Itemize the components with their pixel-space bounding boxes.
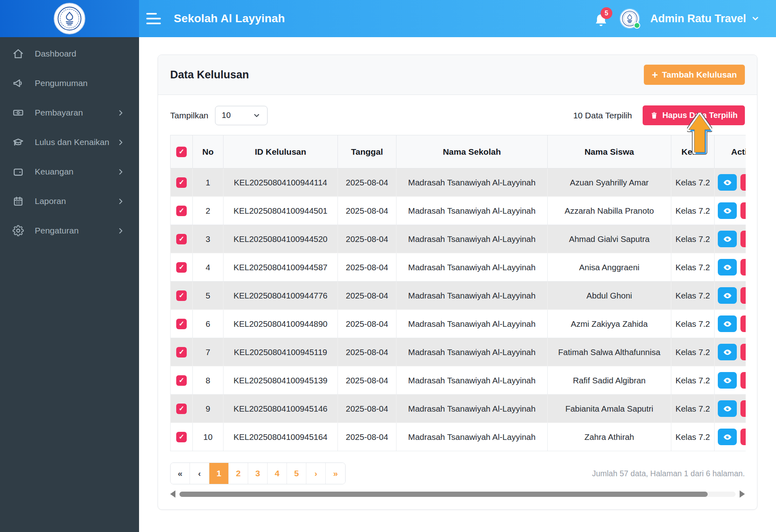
row-class: Kelas 7.2 [671, 253, 715, 282]
avatar[interactable] [620, 8, 640, 29]
row-no: 10 [193, 423, 224, 451]
trash-icon [650, 111, 658, 120]
delete-button[interactable] [740, 231, 746, 247]
sidebar-item-label: Keuangan [35, 167, 74, 177]
delete-button[interactable] [740, 344, 746, 360]
view-button[interactable] [718, 174, 737, 191]
pagination-item[interactable]: « [171, 463, 190, 484]
row-checkbox[interactable]: ✓ [176, 432, 187, 442]
view-button[interactable] [718, 429, 737, 445]
row-date: 2025-08-04 [338, 338, 396, 366]
sidebar-item-label: Dashboard [35, 49, 76, 59]
row-checkbox[interactable]: ✓ [176, 347, 187, 357]
row-date: 2025-08-04 [338, 310, 396, 338]
row-student: Rafif Sadid Algibran [548, 366, 671, 395]
row-checkbox[interactable]: ✓ [176, 375, 187, 386]
row-student: Anisa Anggraeni [548, 253, 671, 282]
delete-button[interactable] [740, 259, 746, 275]
delete-selected-button[interactable]: Hapus Data Terpilih [643, 105, 745, 125]
horizontal-scrollbar [170, 491, 745, 497]
row-checkbox[interactable]: ✓ [176, 290, 187, 301]
row-date: 2025-08-04 [338, 366, 396, 395]
pagination-item[interactable]: › [306, 463, 326, 484]
sidebar-item-laporan[interactable]: Laporan [0, 191, 139, 211]
row-no: 1 [193, 168, 224, 197]
pagination-item[interactable]: 3 [248, 463, 268, 484]
pagination-item[interactable]: 2 [229, 463, 248, 484]
row-id: KEL20250804100944520 [224, 225, 338, 253]
delete-button[interactable] [740, 287, 746, 304]
pagination-item[interactable]: 1 [209, 463, 229, 484]
row-class: Kelas 7.2 [671, 366, 715, 395]
view-button[interactable] [718, 400, 737, 417]
row-checkbox[interactable]: ✓ [176, 234, 187, 244]
row-school: Madrasah Tsanawiyah Al-Layyinah [396, 253, 548, 282]
column-header: Tanggal [338, 135, 396, 168]
row-checkbox[interactable]: ✓ [176, 206, 187, 216]
delete-button[interactable] [740, 315, 746, 332]
scroll-right-arrow[interactable] [740, 490, 745, 498]
row-class: Kelas 7.2 [671, 423, 715, 451]
row-no: 6 [193, 310, 224, 338]
sidebar-item-pengumuman[interactable]: Pengumuman [0, 73, 139, 93]
row-student: Ahmad Gialvi Saputra [548, 225, 671, 253]
table-summary: Jumlah 57 data, Halaman 1 dari 6 halaman… [592, 469, 745, 478]
menu-toggle-icon[interactable] [146, 13, 161, 24]
row-school: Madrasah Tsanawiyah Al-Layyinah [396, 395, 548, 423]
row-student: Fatimah Salwa Althafunnisa [548, 338, 671, 366]
row-checkbox[interactable]: ✓ [176, 262, 187, 273]
notification-bell-icon[interactable]: 5 [593, 9, 609, 28]
selected-count: 10 Data Terpilih [573, 111, 632, 120]
pagination-item[interactable]: 4 [268, 463, 287, 484]
sidebar-item-pembayaran[interactable]: Pembayaran [0, 103, 139, 123]
row-checkbox[interactable]: ✓ [176, 319, 187, 329]
row-checkbox[interactable]: ✓ [176, 404, 187, 414]
scrollbar-track[interactable] [179, 492, 736, 497]
column-header: Nama Siswa [548, 135, 671, 168]
delete-button[interactable] [740, 400, 746, 417]
row-class: Kelas 7.2 [671, 225, 715, 253]
row-id: KEL20250804100945146 [224, 395, 338, 423]
sidebar-item-label: Lulus dan Kenaikan [35, 137, 109, 147]
home-icon [12, 48, 24, 60]
chevron-right-icon [117, 139, 124, 146]
pagination-item[interactable]: 5 [287, 463, 306, 484]
sidebar-item-lulus-dan-kenaikan[interactable]: Lulus dan Kenaikan [0, 132, 139, 152]
row-id: KEL20250804100944501 [224, 197, 338, 225]
delete-button[interactable] [740, 174, 746, 191]
view-button[interactable] [718, 231, 737, 247]
view-button[interactable] [718, 315, 737, 332]
view-button[interactable] [718, 287, 737, 304]
chevron-right-icon [117, 109, 124, 117]
delete-button[interactable] [740, 202, 746, 219]
sidebar-item-label: Pembayaran [35, 108, 83, 118]
delete-button[interactable] [740, 429, 746, 445]
row-school: Madrasah Tsanawiyah Al-Layyinah [396, 282, 548, 310]
delete-button[interactable] [740, 372, 746, 389]
chevron-right-icon [117, 168, 124, 176]
scroll-left-arrow[interactable] [170, 490, 175, 498]
row-date: 2025-08-04 [338, 253, 396, 282]
eye-icon [722, 206, 733, 215]
view-button[interactable] [718, 344, 737, 360]
graduation-cap-icon [12, 136, 24, 148]
row-checkbox[interactable]: ✓ [176, 177, 187, 188]
eye-icon [722, 263, 733, 272]
chevron-down-icon [751, 14, 760, 23]
sidebar-item-dashboard[interactable]: Dashboard [0, 44, 139, 64]
top-bar: Sekolah Al Layyinah 5 Admin Ratu [0, 0, 776, 37]
page-size-select[interactable]: 10 [215, 106, 268, 125]
row-date: 2025-08-04 [338, 197, 396, 225]
sidebar-item-keuangan[interactable]: Keuangan [0, 162, 139, 182]
add-graduation-button[interactable]: + Tambah Kelulusan [644, 65, 745, 85]
sidebar-item-pengaturan[interactable]: Pengaturan [0, 221, 139, 241]
select-all-checkbox[interactable]: ✓ [176, 147, 187, 157]
view-button[interactable] [718, 259, 737, 275]
pagination-item[interactable]: » [326, 463, 345, 484]
pagination-item[interactable]: ‹ [190, 463, 209, 484]
view-button[interactable] [718, 202, 737, 219]
page-title: Data Kelulusan [170, 69, 249, 81]
scrollbar-thumb[interactable] [179, 492, 708, 497]
view-button[interactable] [718, 372, 737, 389]
user-menu[interactable]: Admin Ratu Travel [650, 13, 760, 25]
